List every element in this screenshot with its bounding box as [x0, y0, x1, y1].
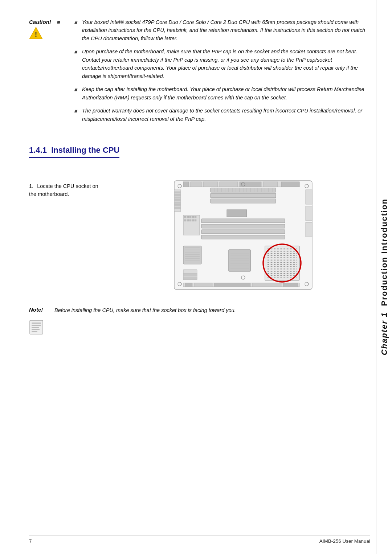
svg-rect-397	[294, 275, 295, 276]
svg-rect-24	[306, 206, 312, 221]
svg-rect-339	[271, 271, 272, 272]
svg-rect-371	[287, 273, 288, 274]
svg-rect-259	[277, 264, 278, 265]
svg-rect-64	[268, 248, 269, 249]
svg-rect-166	[294, 255, 295, 256]
svg-rect-267	[289, 264, 289, 265]
svg-rect-277	[273, 266, 273, 267]
svg-rect-250	[294, 262, 295, 263]
svg-rect-229	[294, 260, 295, 261]
svg-rect-391	[286, 275, 286, 276]
svg-rect-47	[201, 224, 285, 228]
svg-rect-73	[281, 248, 282, 249]
svg-rect-11	[220, 182, 238, 187]
svg-rect-349	[286, 271, 286, 272]
svg-rect-172	[273, 257, 273, 258]
svg-rect-191	[270, 259, 270, 259]
svg-rect-353	[291, 271, 292, 272]
svg-rect-205	[290, 259, 291, 259]
svg-rect-51	[184, 216, 186, 218]
svg-rect-182	[287, 257, 288, 258]
svg-rect-225	[289, 260, 289, 261]
caution-bullets: Your boxed Intel® socket 479P Core Duo /…	[73, 18, 370, 128]
svg-rect-115	[281, 251, 282, 252]
svg-rect-285	[284, 266, 285, 267]
svg-rect-272	[296, 264, 297, 265]
svg-rect-304	[281, 268, 282, 268]
svg-rect-333	[293, 270, 294, 270]
svg-rect-70	[277, 248, 278, 249]
caution-icon: !	[29, 26, 43, 40]
svg-rect-271	[294, 264, 295, 265]
svg-rect-293	[296, 266, 297, 267]
svg-rect-404	[274, 277, 275, 278]
note-document-icon	[29, 320, 44, 335]
svg-rect-147	[267, 255, 268, 256]
svg-rect-453	[32, 331, 37, 332]
svg-rect-265	[286, 264, 286, 265]
svg-rect-122	[291, 251, 292, 252]
svg-rect-245	[287, 262, 288, 263]
svg-rect-80	[291, 248, 292, 249]
svg-rect-316	[268, 270, 269, 270]
svg-rect-77	[287, 248, 288, 249]
svg-rect-342	[275, 271, 276, 272]
svg-rect-312	[293, 268, 294, 268]
svg-rect-291	[293, 266, 294, 267]
svg-rect-355	[294, 271, 295, 272]
note-label: Note!	[29, 306, 51, 313]
svg-rect-192	[271, 259, 272, 259]
svg-rect-201	[284, 259, 285, 259]
svg-rect-367	[281, 273, 282, 274]
svg-rect-343	[277, 271, 278, 272]
svg-rect-450	[32, 325, 41, 326]
svg-rect-280	[277, 266, 278, 267]
svg-rect-346	[281, 271, 282, 272]
svg-rect-154	[277, 255, 278, 256]
svg-rect-361	[273, 273, 273, 274]
svg-rect-286	[286, 266, 286, 267]
svg-rect-332	[291, 270, 292, 270]
svg-rect-288	[289, 266, 289, 267]
svg-rect-144	[293, 253, 294, 254]
svg-rect-326	[283, 270, 283, 270]
svg-rect-223	[286, 260, 286, 261]
svg-rect-413	[287, 277, 288, 278]
svg-rect-187	[294, 257, 295, 258]
svg-rect-410	[283, 277, 283, 278]
svg-rect-199	[281, 259, 282, 259]
svg-rect-67	[273, 248, 273, 249]
svg-rect-226	[290, 260, 291, 261]
svg-rect-419	[296, 277, 297, 278]
svg-rect-284	[283, 266, 283, 267]
note-text: Before installing the CPU, make sure tha…	[54, 306, 236, 315]
svg-rect-335	[296, 270, 297, 270]
svg-rect-287	[287, 266, 288, 267]
svg-rect-63	[267, 248, 268, 249]
svg-rect-374	[291, 273, 292, 274]
svg-rect-94	[281, 250, 282, 250]
svg-rect-22	[174, 207, 181, 209]
svg-rect-76	[286, 248, 286, 249]
caution-bullet-1: Your boxed Intel® socket 479P Core Duo /…	[73, 18, 370, 42]
svg-rect-268	[290, 264, 291, 265]
svg-rect-102	[293, 250, 294, 250]
svg-rect-89	[274, 250, 275, 250]
svg-rect-294	[267, 268, 268, 268]
svg-rect-246	[289, 262, 289, 263]
svg-rect-98	[287, 250, 288, 250]
svg-rect-60	[195, 219, 196, 221]
svg-rect-181	[286, 257, 286, 258]
svg-rect-384	[275, 275, 276, 276]
svg-rect-169	[268, 257, 269, 258]
svg-rect-28	[211, 199, 276, 203]
svg-rect-247	[290, 262, 291, 263]
svg-rect-123	[293, 251, 294, 252]
svg-rect-83	[296, 248, 297, 249]
motherboard-diagram	[116, 179, 370, 291]
svg-rect-18	[174, 197, 181, 198]
svg-rect-399	[267, 277, 268, 278]
svg-rect-173	[274, 257, 275, 258]
svg-rect-149	[270, 255, 270, 256]
svg-rect-140	[287, 253, 288, 254]
